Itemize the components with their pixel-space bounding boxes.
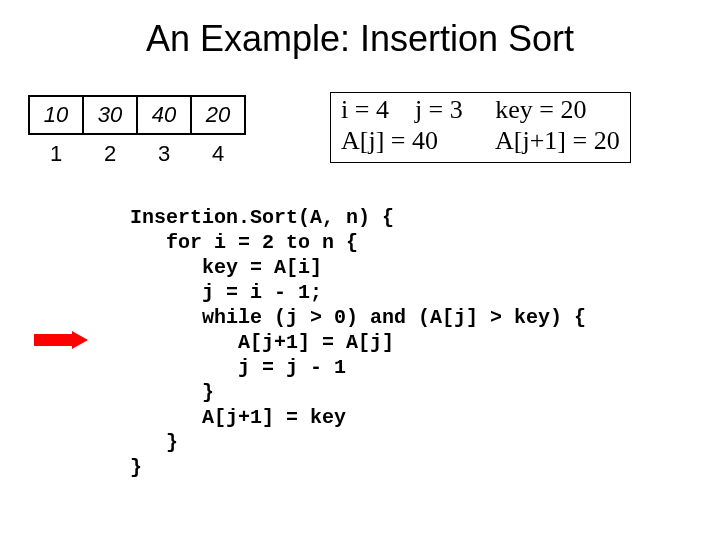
state-line: A[j] = 40 A[j+1] = 20 <box>341 126 620 155</box>
code-line: A[j+1] = key <box>130 406 346 429</box>
code-line: j = j - 1 <box>130 356 346 379</box>
index-row: 1 2 3 4 <box>28 141 246 167</box>
code-line: while (j > 0) and (A[j] > key) { <box>130 306 586 329</box>
code-line: j = i - 1; <box>130 281 322 304</box>
array-row: 10 30 40 20 <box>28 95 246 135</box>
array-cell: 10 <box>28 95 84 135</box>
array-cell: 20 <box>190 95 246 135</box>
slide: An Example: Insertion Sort 10 30 40 20 1… <box>0 0 720 540</box>
code-line: } <box>130 456 142 479</box>
code-line: } <box>130 381 214 404</box>
code-block: Insertion.Sort(A, n) { for i = 2 to n { … <box>130 205 586 480</box>
code-line: Insertion.Sort(A, n) { <box>130 206 394 229</box>
array-index: 1 <box>28 141 84 167</box>
state-box: i = 4 j = 3 key = 20 A[j] = 40 A[j+1] = … <box>330 92 631 163</box>
state-line: i = 4 j = 3 key = 20 <box>341 95 586 124</box>
array-index: 2 <box>82 141 138 167</box>
slide-title: An Example: Insertion Sort <box>0 18 720 60</box>
code-line: for i = 2 to n { <box>130 231 358 254</box>
array-index: 4 <box>190 141 246 167</box>
code-line: key = A[i] <box>130 256 322 279</box>
array-visualization: 10 30 40 20 1 2 3 4 <box>28 95 246 167</box>
current-line-arrow-icon <box>34 331 88 349</box>
array-index: 3 <box>136 141 192 167</box>
code-line: A[j+1] = A[j] <box>130 331 394 354</box>
array-cell: 40 <box>136 95 192 135</box>
code-line: } <box>130 431 178 454</box>
array-cell: 30 <box>82 95 138 135</box>
